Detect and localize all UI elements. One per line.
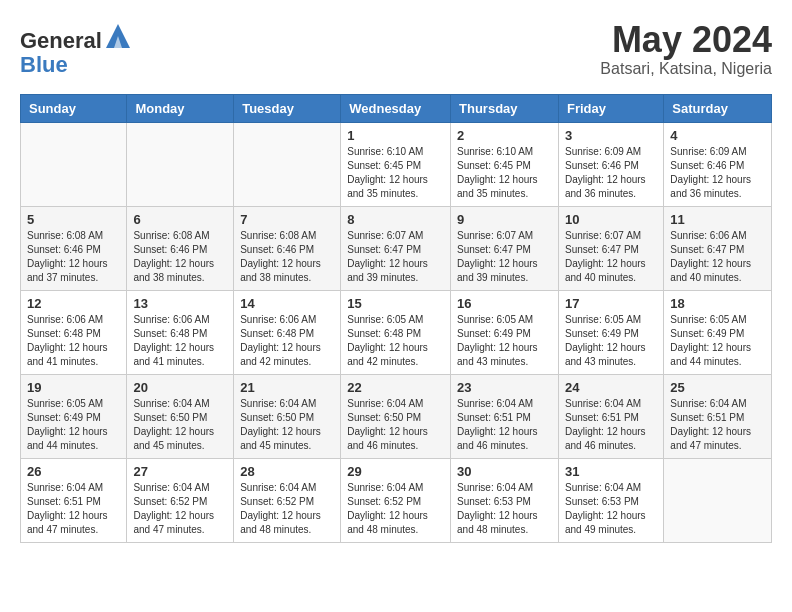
calendar-cell: 8Sunrise: 6:07 AM Sunset: 6:47 PM Daylig…	[341, 206, 451, 290]
day-info: Sunrise: 6:04 AM Sunset: 6:50 PM Dayligh…	[133, 397, 227, 453]
day-number: 28	[240, 464, 334, 479]
calendar-cell: 28Sunrise: 6:04 AM Sunset: 6:52 PM Dayli…	[234, 458, 341, 542]
calendar-cell	[664, 458, 772, 542]
calendar-cell: 20Sunrise: 6:04 AM Sunset: 6:50 PM Dayli…	[127, 374, 234, 458]
calendar-cell: 25Sunrise: 6:04 AM Sunset: 6:51 PM Dayli…	[664, 374, 772, 458]
page-header: General Blue May 2024 Batsari, Katsina, …	[20, 20, 772, 78]
day-number: 9	[457, 212, 552, 227]
day-number: 12	[27, 296, 120, 311]
day-info: Sunrise: 6:09 AM Sunset: 6:46 PM Dayligh…	[670, 145, 765, 201]
day-number: 17	[565, 296, 657, 311]
calendar-cell: 21Sunrise: 6:04 AM Sunset: 6:50 PM Dayli…	[234, 374, 341, 458]
day-info: Sunrise: 6:04 AM Sunset: 6:52 PM Dayligh…	[347, 481, 444, 537]
calendar-week-row: 1Sunrise: 6:10 AM Sunset: 6:45 PM Daylig…	[21, 122, 772, 206]
calendar-cell: 26Sunrise: 6:04 AM Sunset: 6:51 PM Dayli…	[21, 458, 127, 542]
calendar-cell: 11Sunrise: 6:06 AM Sunset: 6:47 PM Dayli…	[664, 206, 772, 290]
calendar-cell	[127, 122, 234, 206]
day-info: Sunrise: 6:07 AM Sunset: 6:47 PM Dayligh…	[347, 229, 444, 285]
day-info: Sunrise: 6:08 AM Sunset: 6:46 PM Dayligh…	[27, 229, 120, 285]
day-number: 4	[670, 128, 765, 143]
calendar-week-row: 5Sunrise: 6:08 AM Sunset: 6:46 PM Daylig…	[21, 206, 772, 290]
calendar-cell: 23Sunrise: 6:04 AM Sunset: 6:51 PM Dayli…	[451, 374, 559, 458]
day-number: 14	[240, 296, 334, 311]
calendar-cell: 29Sunrise: 6:04 AM Sunset: 6:52 PM Dayli…	[341, 458, 451, 542]
calendar-week-row: 19Sunrise: 6:05 AM Sunset: 6:49 PM Dayli…	[21, 374, 772, 458]
day-info: Sunrise: 6:05 AM Sunset: 6:49 PM Dayligh…	[670, 313, 765, 369]
calendar-cell: 12Sunrise: 6:06 AM Sunset: 6:48 PM Dayli…	[21, 290, 127, 374]
day-number: 15	[347, 296, 444, 311]
day-number: 25	[670, 380, 765, 395]
day-number: 10	[565, 212, 657, 227]
calendar-cell: 14Sunrise: 6:06 AM Sunset: 6:48 PM Dayli…	[234, 290, 341, 374]
day-number: 18	[670, 296, 765, 311]
day-info: Sunrise: 6:06 AM Sunset: 6:48 PM Dayligh…	[240, 313, 334, 369]
day-info: Sunrise: 6:04 AM Sunset: 6:52 PM Dayligh…	[240, 481, 334, 537]
day-number: 21	[240, 380, 334, 395]
day-info: Sunrise: 6:04 AM Sunset: 6:50 PM Dayligh…	[240, 397, 334, 453]
day-info: Sunrise: 6:06 AM Sunset: 6:48 PM Dayligh…	[133, 313, 227, 369]
calendar-cell: 4Sunrise: 6:09 AM Sunset: 6:46 PM Daylig…	[664, 122, 772, 206]
weekday-header: Tuesday	[234, 94, 341, 122]
calendar-cell	[234, 122, 341, 206]
calendar-cell: 22Sunrise: 6:04 AM Sunset: 6:50 PM Dayli…	[341, 374, 451, 458]
day-info: Sunrise: 6:04 AM Sunset: 6:50 PM Dayligh…	[347, 397, 444, 453]
day-number: 3	[565, 128, 657, 143]
day-number: 20	[133, 380, 227, 395]
calendar-cell: 17Sunrise: 6:05 AM Sunset: 6:49 PM Dayli…	[558, 290, 663, 374]
day-info: Sunrise: 6:05 AM Sunset: 6:49 PM Dayligh…	[565, 313, 657, 369]
day-info: Sunrise: 6:05 AM Sunset: 6:48 PM Dayligh…	[347, 313, 444, 369]
calendar-cell: 18Sunrise: 6:05 AM Sunset: 6:49 PM Dayli…	[664, 290, 772, 374]
day-info: Sunrise: 6:04 AM Sunset: 6:52 PM Dayligh…	[133, 481, 227, 537]
calendar-cell: 3Sunrise: 6:09 AM Sunset: 6:46 PM Daylig…	[558, 122, 663, 206]
calendar-cell: 24Sunrise: 6:04 AM Sunset: 6:51 PM Dayli…	[558, 374, 663, 458]
calendar-cell: 6Sunrise: 6:08 AM Sunset: 6:46 PM Daylig…	[127, 206, 234, 290]
calendar-cell: 9Sunrise: 6:07 AM Sunset: 6:47 PM Daylig…	[451, 206, 559, 290]
day-number: 19	[27, 380, 120, 395]
day-number: 16	[457, 296, 552, 311]
month-title: May 2024	[600, 20, 772, 60]
day-number: 7	[240, 212, 334, 227]
weekday-header: Wednesday	[341, 94, 451, 122]
day-info: Sunrise: 6:05 AM Sunset: 6:49 PM Dayligh…	[457, 313, 552, 369]
day-info: Sunrise: 6:10 AM Sunset: 6:45 PM Dayligh…	[457, 145, 552, 201]
calendar-cell: 13Sunrise: 6:06 AM Sunset: 6:48 PM Dayli…	[127, 290, 234, 374]
calendar-cell: 27Sunrise: 6:04 AM Sunset: 6:52 PM Dayli…	[127, 458, 234, 542]
day-info: Sunrise: 6:07 AM Sunset: 6:47 PM Dayligh…	[457, 229, 552, 285]
weekday-header: Monday	[127, 94, 234, 122]
calendar-table: SundayMondayTuesdayWednesdayThursdayFrid…	[20, 94, 772, 543]
day-number: 23	[457, 380, 552, 395]
day-info: Sunrise: 6:08 AM Sunset: 6:46 PM Dayligh…	[133, 229, 227, 285]
weekday-header: Friday	[558, 94, 663, 122]
calendar-cell	[21, 122, 127, 206]
calendar-week-row: 26Sunrise: 6:04 AM Sunset: 6:51 PM Dayli…	[21, 458, 772, 542]
day-info: Sunrise: 6:04 AM Sunset: 6:51 PM Dayligh…	[27, 481, 120, 537]
logo-blue-text: Blue	[20, 52, 68, 77]
calendar-cell: 1Sunrise: 6:10 AM Sunset: 6:45 PM Daylig…	[341, 122, 451, 206]
weekday-header: Saturday	[664, 94, 772, 122]
day-number: 13	[133, 296, 227, 311]
day-info: Sunrise: 6:04 AM Sunset: 6:53 PM Dayligh…	[565, 481, 657, 537]
logo-general-text: General	[20, 28, 102, 53]
day-number: 24	[565, 380, 657, 395]
day-number: 5	[27, 212, 120, 227]
day-info: Sunrise: 6:04 AM Sunset: 6:51 PM Dayligh…	[457, 397, 552, 453]
day-number: 2	[457, 128, 552, 143]
weekday-header-row: SundayMondayTuesdayWednesdayThursdayFrid…	[21, 94, 772, 122]
calendar-cell: 31Sunrise: 6:04 AM Sunset: 6:53 PM Dayli…	[558, 458, 663, 542]
day-number: 30	[457, 464, 552, 479]
day-number: 29	[347, 464, 444, 479]
location-text: Batsari, Katsina, Nigeria	[600, 60, 772, 78]
logo-icon	[104, 20, 132, 48]
day-info: Sunrise: 6:05 AM Sunset: 6:49 PM Dayligh…	[27, 397, 120, 453]
calendar-cell: 7Sunrise: 6:08 AM Sunset: 6:46 PM Daylig…	[234, 206, 341, 290]
calendar-cell: 10Sunrise: 6:07 AM Sunset: 6:47 PM Dayli…	[558, 206, 663, 290]
day-number: 6	[133, 212, 227, 227]
calendar-week-row: 12Sunrise: 6:06 AM Sunset: 6:48 PM Dayli…	[21, 290, 772, 374]
day-info: Sunrise: 6:04 AM Sunset: 6:53 PM Dayligh…	[457, 481, 552, 537]
day-number: 11	[670, 212, 765, 227]
calendar-cell: 5Sunrise: 6:08 AM Sunset: 6:46 PM Daylig…	[21, 206, 127, 290]
day-info: Sunrise: 6:10 AM Sunset: 6:45 PM Dayligh…	[347, 145, 444, 201]
day-info: Sunrise: 6:06 AM Sunset: 6:48 PM Dayligh…	[27, 313, 120, 369]
weekday-header: Sunday	[21, 94, 127, 122]
day-number: 8	[347, 212, 444, 227]
